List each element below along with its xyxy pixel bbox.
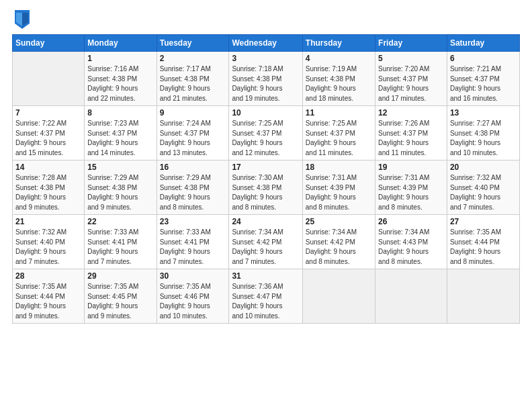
day-number: 9 [160,108,226,118]
day-info: Sunrise: 7:19 AMSunset: 4:38 PMDaylight:… [306,64,372,103]
day-info: Sunrise: 7:17 AMSunset: 4:38 PMDaylight:… [160,64,226,103]
day-number: 18 [306,163,372,172]
day-info: Sunrise: 7:21 AMSunset: 4:37 PMDaylight:… [450,64,517,103]
day-info: Sunrise: 7:26 AMSunset: 4:37 PMDaylight:… [378,119,444,158]
calendar-cell: 15Sunrise: 7:29 AMSunset: 4:38 PMDayligh… [85,161,157,215]
day-info: Sunrise: 7:27 AMSunset: 4:38 PMDaylight:… [450,119,517,158]
calendar-cell: 30Sunrise: 7:35 AMSunset: 4:46 PMDayligh… [157,269,229,324]
day-number: 22 [87,217,153,226]
logo-icon [15,10,30,29]
day-info: Sunrise: 7:32 AMSunset: 4:40 PMDaylight:… [15,228,81,267]
day-info: Sunrise: 7:31 AMSunset: 4:39 PMDaylight:… [306,173,372,212]
calendar-cell: 26Sunrise: 7:34 AMSunset: 4:43 PMDayligh… [375,215,447,269]
calendar-week-1: 1Sunrise: 7:16 AMSunset: 4:38 PMDaylight… [13,52,520,106]
weekday-row: SundayMondayTuesdayWednesdayThursdayFrid… [13,35,520,52]
day-info: Sunrise: 7:30 AMSunset: 4:38 PMDaylight:… [232,173,299,212]
calendar-table: SundayMondayTuesdayWednesdayThursdayFrid… [12,34,520,324]
day-number: 10 [232,108,299,118]
calendar-header: SundayMondayTuesdayWednesdayThursdayFrid… [13,35,520,52]
calendar-cell: 5Sunrise: 7:20 AMSunset: 4:37 PMDaylight… [375,52,447,106]
calendar-cell [302,269,375,324]
day-info: Sunrise: 7:22 AMSunset: 4:37 PMDaylight:… [15,119,81,158]
day-info: Sunrise: 7:20 AMSunset: 4:37 PMDaylight:… [378,64,444,103]
day-number: 13 [450,108,517,118]
day-number: 23 [160,217,226,226]
calendar-cell: 21Sunrise: 7:32 AMSunset: 4:40 PMDayligh… [13,215,85,269]
day-info: Sunrise: 7:36 AMSunset: 4:47 PMDaylight:… [232,282,299,321]
day-info: Sunrise: 7:34 AMSunset: 4:42 PMDaylight:… [306,228,372,267]
day-number: 1 [87,54,153,63]
calendar-cell: 14Sunrise: 7:28 AMSunset: 4:38 PMDayligh… [13,161,85,215]
day-number: 30 [160,271,226,281]
day-info: Sunrise: 7:23 AMSunset: 4:37 PMDaylight:… [87,119,153,158]
calendar-cell: 24Sunrise: 7:34 AMSunset: 4:42 PMDayligh… [229,215,302,269]
day-number: 31 [232,271,299,281]
calendar-cell [375,269,447,324]
calendar-cell: 17Sunrise: 7:30 AMSunset: 4:38 PMDayligh… [229,161,302,215]
day-number: 15 [87,163,153,172]
calendar-cell [13,52,85,106]
calendar-cell: 13Sunrise: 7:27 AMSunset: 4:38 PMDayligh… [447,106,519,161]
day-number: 26 [378,217,444,226]
weekday-header-wednesday: Wednesday [229,35,302,52]
day-number: 7 [15,108,81,118]
calendar-cell: 9Sunrise: 7:24 AMSunset: 4:37 PMDaylight… [157,106,229,161]
day-number: 29 [87,271,153,281]
day-number: 11 [306,108,372,118]
weekday-header-friday: Friday [375,35,447,52]
day-number: 27 [450,217,517,226]
calendar-cell: 2Sunrise: 7:17 AMSunset: 4:38 PMDaylight… [157,52,229,106]
calendar-cell: 4Sunrise: 7:19 AMSunset: 4:38 PMDaylight… [302,52,375,106]
day-number: 20 [450,163,517,172]
day-info: Sunrise: 7:28 AMSunset: 4:38 PMDaylight:… [15,173,81,212]
logo [12,10,30,29]
day-info: Sunrise: 7:31 AMSunset: 4:39 PMDaylight:… [378,173,444,212]
calendar-week-4: 21Sunrise: 7:32 AMSunset: 4:40 PMDayligh… [13,215,520,269]
calendar-cell [447,269,519,324]
calendar-body: 1Sunrise: 7:16 AMSunset: 4:38 PMDaylight… [13,52,520,324]
page-header [12,10,520,29]
day-info: Sunrise: 7:35 AMSunset: 4:44 PMDaylight:… [450,228,517,267]
weekday-header-sunday: Sunday [13,35,85,52]
day-info: Sunrise: 7:29 AMSunset: 4:38 PMDaylight:… [160,173,226,212]
day-number: 17 [232,163,299,172]
day-number: 12 [378,108,444,118]
day-number: 6 [450,54,517,63]
day-info: Sunrise: 7:25 AMSunset: 4:37 PMDaylight:… [232,119,299,158]
calendar-cell: 6Sunrise: 7:21 AMSunset: 4:37 PMDaylight… [447,52,519,106]
day-number: 28 [15,271,81,281]
day-info: Sunrise: 7:16 AMSunset: 4:38 PMDaylight:… [87,64,153,103]
calendar-cell: 18Sunrise: 7:31 AMSunset: 4:39 PMDayligh… [302,161,375,215]
calendar-cell: 29Sunrise: 7:35 AMSunset: 4:45 PMDayligh… [85,269,157,324]
calendar-cell: 22Sunrise: 7:33 AMSunset: 4:41 PMDayligh… [85,215,157,269]
calendar-cell: 28Sunrise: 7:35 AMSunset: 4:44 PMDayligh… [13,269,85,324]
weekday-header-monday: Monday [85,35,157,52]
calendar-week-3: 14Sunrise: 7:28 AMSunset: 4:38 PMDayligh… [13,161,520,215]
calendar-cell: 7Sunrise: 7:22 AMSunset: 4:37 PMDaylight… [13,106,85,161]
day-number: 21 [15,217,81,226]
day-info: Sunrise: 7:24 AMSunset: 4:37 PMDaylight:… [160,119,226,158]
calendar-cell: 19Sunrise: 7:31 AMSunset: 4:39 PMDayligh… [375,161,447,215]
day-info: Sunrise: 7:25 AMSunset: 4:37 PMDaylight:… [306,119,372,158]
calendar-cell: 16Sunrise: 7:29 AMSunset: 4:38 PMDayligh… [157,161,229,215]
calendar-week-2: 7Sunrise: 7:22 AMSunset: 4:37 PMDaylight… [13,106,520,161]
calendar-cell: 31Sunrise: 7:36 AMSunset: 4:47 PMDayligh… [229,269,302,324]
calendar-cell: 8Sunrise: 7:23 AMSunset: 4:37 PMDaylight… [85,106,157,161]
weekday-header-thursday: Thursday [302,35,375,52]
day-number: 14 [15,163,81,172]
day-number: 3 [232,54,299,63]
day-info: Sunrise: 7:29 AMSunset: 4:38 PMDaylight:… [87,173,153,212]
calendar-week-5: 28Sunrise: 7:35 AMSunset: 4:44 PMDayligh… [13,269,520,324]
weekday-header-tuesday: Tuesday [157,35,229,52]
calendar-cell: 25Sunrise: 7:34 AMSunset: 4:42 PMDayligh… [302,215,375,269]
day-info: Sunrise: 7:33 AMSunset: 4:41 PMDaylight:… [160,228,226,267]
calendar-cell: 27Sunrise: 7:35 AMSunset: 4:44 PMDayligh… [447,215,519,269]
calendar-cell: 11Sunrise: 7:25 AMSunset: 4:37 PMDayligh… [302,106,375,161]
day-number: 4 [306,54,372,63]
day-number: 2 [160,54,226,63]
day-info: Sunrise: 7:35 AMSunset: 4:46 PMDaylight:… [160,282,226,321]
day-info: Sunrise: 7:18 AMSunset: 4:38 PMDaylight:… [232,64,299,103]
calendar-cell: 12Sunrise: 7:26 AMSunset: 4:37 PMDayligh… [375,106,447,161]
weekday-header-saturday: Saturday [447,35,519,52]
day-info: Sunrise: 7:34 AMSunset: 4:43 PMDaylight:… [378,228,444,267]
